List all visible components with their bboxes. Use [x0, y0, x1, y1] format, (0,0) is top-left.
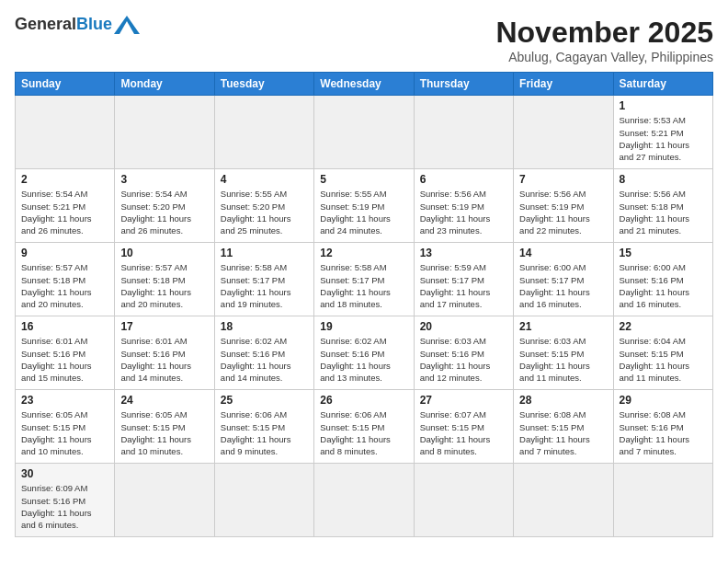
logo-general-text: General: [15, 15, 76, 34]
calendar-cell: 23Sunrise: 6:05 AMSunset: 5:15 PMDayligh…: [16, 390, 115, 464]
day-number: 7: [519, 173, 607, 186]
day-info: Sunrise: 5:53 AMSunset: 5:21 PMDaylight:…: [620, 114, 707, 163]
calendar-cell: [115, 96, 214, 169]
day-number: 16: [21, 320, 108, 333]
calendar-cell: [414, 464, 513, 537]
calendar-cell: 7Sunrise: 5:56 AMSunset: 5:19 PMDaylight…: [514, 169, 613, 243]
day-info: Sunrise: 6:07 AMSunset: 5:15 PMDaylight:…: [420, 408, 507, 457]
calendar-cell: 20Sunrise: 6:03 AMSunset: 5:16 PMDayligh…: [414, 316, 513, 390]
calendar-cell: 12Sunrise: 5:58 AMSunset: 5:17 PMDayligh…: [314, 243, 414, 316]
calendar-cell: 30Sunrise: 6:09 AMSunset: 5:16 PMDayligh…: [16, 464, 115, 537]
calendar-cell: [514, 464, 613, 537]
calendar-cell: [16, 96, 115, 169]
calendar-cell: 10Sunrise: 5:57 AMSunset: 5:18 PMDayligh…: [115, 243, 214, 316]
day-number: 15: [620, 247, 707, 259]
calendar-week-row: 16Sunrise: 6:01 AMSunset: 5:16 PMDayligh…: [16, 316, 713, 390]
day-number: 21: [519, 320, 607, 333]
column-header-friday: Friday: [514, 73, 613, 96]
logo-blue-text: Blue: [76, 15, 112, 34]
day-number: 2: [21, 173, 108, 186]
day-number: 13: [420, 247, 507, 259]
calendar-cell: [314, 464, 414, 537]
calendar-cell: 2Sunrise: 5:54 AMSunset: 5:21 PMDaylight…: [16, 169, 115, 243]
calendar-cell: [414, 96, 513, 169]
day-info: Sunrise: 5:54 AMSunset: 5:20 PMDaylight:…: [120, 188, 208, 236]
day-info: Sunrise: 5:54 AMSunset: 5:21 PMDaylight:…: [21, 188, 108, 236]
day-info: Sunrise: 6:09 AMSunset: 5:16 PMDaylight:…: [21, 482, 108, 531]
calendar-cell: 26Sunrise: 6:06 AMSunset: 5:15 PMDayligh…: [314, 390, 414, 464]
day-info: Sunrise: 5:55 AMSunset: 5:20 PMDaylight:…: [221, 188, 308, 236]
day-info: Sunrise: 5:58 AMSunset: 5:17 PMDaylight:…: [320, 261, 407, 310]
day-info: Sunrise: 6:05 AMSunset: 5:15 PMDaylight:…: [120, 408, 208, 457]
column-header-saturday: Saturday: [613, 73, 712, 96]
title-section: November 2025 Abulug, Cagayan Valley, Ph…: [495, 15, 713, 64]
calendar-cell: 11Sunrise: 5:58 AMSunset: 5:17 PMDayligh…: [214, 243, 313, 316]
location: Abulug, Cagayan Valley, Philippines: [495, 50, 713, 64]
calendar-cell: [314, 96, 414, 169]
calendar-cell: 15Sunrise: 6:00 AMSunset: 5:16 PMDayligh…: [613, 243, 712, 316]
day-info: Sunrise: 5:56 AMSunset: 5:18 PMDaylight:…: [620, 188, 707, 236]
calendar-week-row: 9Sunrise: 5:57 AMSunset: 5:18 PMDaylight…: [16, 243, 713, 316]
calendar-cell: 3Sunrise: 5:54 AMSunset: 5:20 PMDaylight…: [115, 169, 214, 243]
day-number: 19: [320, 320, 407, 333]
calendar-cell: [115, 464, 214, 537]
day-number: 22: [620, 320, 707, 333]
day-info: Sunrise: 6:08 AMSunset: 5:15 PMDaylight:…: [519, 408, 607, 457]
day-number: 11: [221, 247, 308, 259]
calendar-cell: 6Sunrise: 5:56 AMSunset: 5:19 PMDaylight…: [414, 169, 513, 243]
logo: GeneralBlue: [15, 15, 140, 34]
calendar-cell: 4Sunrise: 5:55 AMSunset: 5:20 PMDaylight…: [214, 169, 313, 243]
day-info: Sunrise: 6:08 AMSunset: 5:16 PMDaylight:…: [620, 408, 707, 457]
day-info: Sunrise: 5:56 AMSunset: 5:19 PMDaylight:…: [420, 188, 507, 236]
column-header-tuesday: Tuesday: [214, 73, 313, 96]
page-header: GeneralBlue November 2025 Abulug, Cagaya…: [15, 15, 713, 64]
day-info: Sunrise: 6:02 AMSunset: 5:16 PMDaylight:…: [221, 335, 308, 384]
day-number: 4: [221, 173, 308, 186]
day-number: 5: [320, 173, 407, 186]
day-info: Sunrise: 5:57 AMSunset: 5:18 PMDaylight:…: [120, 261, 208, 310]
day-info: Sunrise: 5:56 AMSunset: 5:19 PMDaylight:…: [519, 188, 607, 236]
day-number: 3: [120, 173, 208, 186]
day-info: Sunrise: 6:03 AMSunset: 5:16 PMDaylight:…: [420, 335, 507, 384]
day-info: Sunrise: 5:57 AMSunset: 5:18 PMDaylight:…: [21, 261, 108, 310]
calendar-cell: [214, 96, 313, 169]
day-number: 26: [320, 394, 407, 407]
calendar-table: SundayMondayTuesdayWednesdayThursdayFrid…: [15, 72, 713, 537]
day-number: 30: [21, 467, 108, 480]
day-number: 17: [120, 320, 208, 333]
day-number: 1: [620, 99, 707, 112]
day-number: 24: [120, 394, 208, 407]
calendar-week-row: 2Sunrise: 5:54 AMSunset: 5:21 PMDaylight…: [16, 169, 713, 243]
calendar-cell: [514, 96, 613, 169]
day-info: Sunrise: 6:00 AMSunset: 5:17 PMDaylight:…: [519, 261, 607, 310]
calendar-header-row: SundayMondayTuesdayWednesdayThursdayFrid…: [16, 73, 713, 96]
day-number: 27: [420, 394, 507, 407]
calendar-cell: 29Sunrise: 6:08 AMSunset: 5:16 PMDayligh…: [613, 390, 712, 464]
column-header-sunday: Sunday: [16, 73, 115, 96]
day-info: Sunrise: 6:04 AMSunset: 5:15 PMDaylight:…: [620, 335, 707, 384]
day-number: 14: [519, 247, 607, 259]
day-number: 12: [320, 247, 407, 259]
day-number: 10: [120, 247, 208, 259]
day-info: Sunrise: 6:02 AMSunset: 5:16 PMDaylight:…: [320, 335, 407, 384]
day-number: 18: [221, 320, 308, 333]
calendar-cell: 9Sunrise: 5:57 AMSunset: 5:18 PMDaylight…: [16, 243, 115, 316]
day-info: Sunrise: 5:58 AMSunset: 5:17 PMDaylight:…: [221, 261, 308, 310]
day-info: Sunrise: 6:05 AMSunset: 5:15 PMDaylight:…: [21, 408, 108, 457]
day-number: 8: [620, 173, 707, 186]
day-info: Sunrise: 6:03 AMSunset: 5:15 PMDaylight:…: [519, 335, 607, 384]
calendar-week-row: 1Sunrise: 5:53 AMSunset: 5:21 PMDaylight…: [16, 96, 713, 169]
calendar-cell: 19Sunrise: 6:02 AMSunset: 5:16 PMDayligh…: [314, 316, 414, 390]
day-number: 6: [420, 173, 507, 186]
calendar-cell: 27Sunrise: 6:07 AMSunset: 5:15 PMDayligh…: [414, 390, 513, 464]
calendar-cell: 28Sunrise: 6:08 AMSunset: 5:15 PMDayligh…: [514, 390, 613, 464]
calendar-cell: [613, 464, 712, 537]
calendar-cell: 14Sunrise: 6:00 AMSunset: 5:17 PMDayligh…: [514, 243, 613, 316]
logo-icon: [114, 16, 140, 34]
day-number: 23: [21, 394, 108, 407]
calendar-cell: 16Sunrise: 6:01 AMSunset: 5:16 PMDayligh…: [16, 316, 115, 390]
calendar-cell: 25Sunrise: 6:06 AMSunset: 5:15 PMDayligh…: [214, 390, 313, 464]
day-info: Sunrise: 6:00 AMSunset: 5:16 PMDaylight:…: [620, 261, 707, 310]
column-header-monday: Monday: [115, 73, 214, 96]
calendar-cell: 1Sunrise: 5:53 AMSunset: 5:21 PMDaylight…: [613, 96, 712, 169]
